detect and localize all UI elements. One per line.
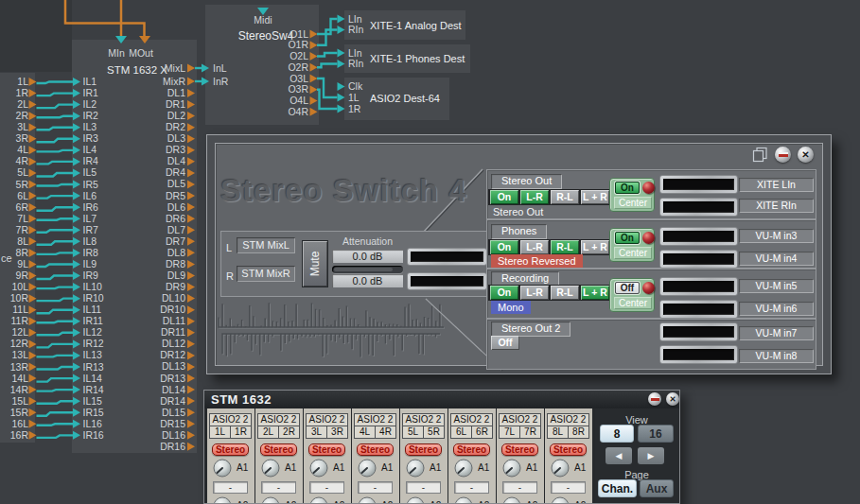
aux-value-field[interactable]: - [406,481,441,494]
aux-knob[interactable]: A2 [550,495,591,504]
aux-knob[interactable]: A2 [357,495,398,504]
knob-icon[interactable] [501,495,522,504]
input-port[interactable] [338,49,345,58]
stereo-button[interactable]: Stereo [405,443,442,456]
stereo-switch-window[interactable]: Stereo Switch 4 ✕ L STM MixL R STM MixR … [206,134,832,374]
mode-button-on[interactable]: On [490,286,518,300]
knob-icon[interactable] [550,458,570,478]
red-knob[interactable] [642,232,655,244]
knob-icon[interactable] [405,458,426,478]
page-next-button[interactable]: ▶ [638,447,664,464]
knob-icon[interactable] [501,458,522,478]
stereo-button[interactable]: Stereo [501,443,538,456]
knob-icon[interactable] [550,495,570,504]
aux-knob[interactable]: A2 [405,495,447,504]
mixer-minimize-button[interactable] [648,392,661,406]
knob-icon[interactable] [453,458,474,478]
mixer-close-button[interactable]: ✕ [666,392,679,406]
power-button[interactable]: Off [615,282,640,294]
channel-source-header[interactable]: ASIO2 24L4R [354,413,396,439]
channel-source-header[interactable]: ASIO2 22L2R [257,413,300,439]
mode-button-l-r[interactable]: L-R [520,190,549,204]
knob-icon[interactable] [260,458,281,478]
aux-value-field[interactable]: - [502,481,537,494]
mode-button-l-r[interactable]: L-R [520,286,549,300]
knob-icon[interactable] [212,458,233,478]
channel-source-header[interactable]: ASIO2 27L7R [499,413,541,439]
mode-button-l+r[interactable]: L + R [581,240,609,254]
input-port[interactable] [338,15,345,24]
mode-button-r-l[interactable]: R-L [551,190,579,204]
aux-value-field[interactable]: - [358,481,393,494]
stereo-button[interactable]: Stereo [550,443,587,456]
input-port[interactable] [338,26,345,34]
input-port[interactable] [338,60,345,68]
center-button[interactable]: Center [614,197,652,209]
power-button[interactable]: On [615,232,640,244]
knob-icon[interactable] [308,458,329,478]
stereo-button[interactable]: Stereo [260,443,297,456]
aux-value-field[interactable]: - [454,481,489,494]
channel-source-header[interactable]: ASIO2 26L6R [450,413,493,439]
aux-knob[interactable]: A2 [308,495,350,504]
close-button[interactable]: ✕ [798,147,814,163]
section-header-button[interactable]: Phones [491,224,547,239]
power-button[interactable]: On [615,182,640,194]
red-knob[interactable] [642,182,655,194]
input-port[interactable] [338,105,345,113]
slider-handle[interactable] [334,268,393,271]
stereo-button[interactable]: Stereo [357,443,394,456]
aux-value-field[interactable]: - [261,481,296,494]
aux-knob[interactable]: A2 [501,495,543,504]
center-button[interactable]: Center [614,297,652,309]
page-prev-button[interactable]: ◀ [606,447,632,464]
channel-source-header[interactable]: ASIO2 25L5R [402,413,445,439]
section-header-button[interactable]: Stereo Out [491,174,562,189]
input-port[interactable] [338,94,345,102]
page-aux-button[interactable]: Aux [640,479,674,497]
knob-icon[interactable] [260,495,281,504]
mode-button-on[interactable]: On [490,190,518,204]
attenuation-slider[interactable] [332,266,403,273]
aux-knob[interactable]: A1 [501,458,543,478]
knob-icon[interactable] [453,495,474,504]
aux-knob[interactable]: A1 [453,458,495,478]
aux-knob[interactable]: A2 [260,495,302,504]
aux-knob[interactable]: A2 [212,495,254,504]
attenuation-right-value[interactable]: 0.0 dB [332,274,403,287]
stereo-button[interactable]: Stereo [308,443,345,456]
knob-icon[interactable] [212,495,233,504]
red-knob[interactable] [642,282,655,294]
input-port[interactable] [338,82,345,91]
attenuation-left-value[interactable]: 0.0 dB [332,250,403,263]
mode-button-l+r[interactable]: L + R [581,286,609,300]
mode-button-r-l[interactable]: R-L [551,286,579,300]
aux-knob[interactable]: A1 [550,458,591,478]
aux-knob[interactable]: A1 [405,458,447,478]
mute-button[interactable]: Mute [302,240,328,287]
aux-knob[interactable]: A2 [453,495,495,504]
pages-icon[interactable] [752,147,768,163]
knob-icon[interactable] [357,495,377,504]
view-16-button[interactable]: 16 [638,425,674,443]
mode-button-on[interactable]: On [490,240,518,254]
aux-value-field[interactable]: - [551,481,586,494]
section-header-button[interactable]: Stereo Out 2 [491,322,570,337]
page-chan-button[interactable]: Chan. [598,479,637,497]
channel-source-header[interactable]: ASIO2 21L1R [209,413,252,439]
module-corner[interactable] [0,0,72,72]
mode-button-l-r[interactable]: L-R [520,240,549,254]
off-button[interactable]: Off [491,336,519,350]
stereo-button[interactable]: Stereo [453,443,490,456]
aux-knob[interactable]: A1 [260,458,302,478]
minimize-button[interactable] [775,147,791,163]
channel-source-header[interactable]: ASIO2 28L8R [547,413,589,439]
knob-icon[interactable] [357,458,377,478]
mode-button-r-l[interactable]: R-L [551,240,579,254]
knob-icon[interactable] [405,495,426,504]
aux-knob[interactable]: A1 [212,458,254,478]
aux-value-field[interactable]: - [213,481,248,494]
view-8-button[interactable]: 8 [600,425,634,443]
stereo-button[interactable]: Stereo [212,443,249,456]
center-button[interactable]: Center [614,247,652,259]
